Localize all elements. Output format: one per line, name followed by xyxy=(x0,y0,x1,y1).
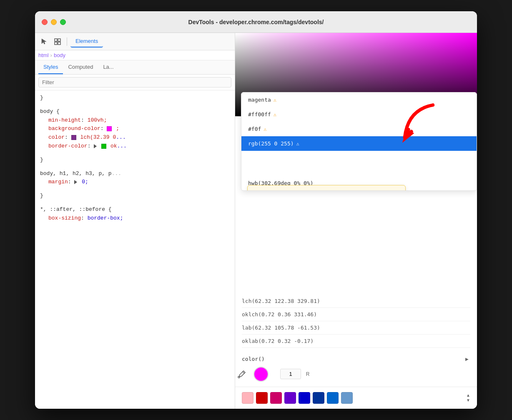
color-fn-row[interactable]: color() ▶ xyxy=(235,351,477,366)
color-fn-expand[interactable]: ▶ xyxy=(464,355,470,362)
warning-icon-ff00ff: ⚠ xyxy=(274,112,276,118)
svg-point-5 xyxy=(238,376,240,378)
css-rule-universal: *, ::after, ::before { box-sizing: borde… xyxy=(40,205,230,223)
breadcrumb-separator: › xyxy=(50,52,52,58)
tab-computed[interactable]: Computed xyxy=(63,60,98,74)
swatch-navy[interactable] xyxy=(313,392,324,404)
dropdown-item-f0f[interactable]: #f0f ⚠ xyxy=(241,122,477,136)
minimize-button[interactable] xyxy=(51,19,57,25)
breadcrumb-body[interactable]: body xyxy=(54,52,65,58)
css-content: } body { min-height: 100vh; background-c… xyxy=(35,90,235,409)
border-color-swatch[interactable] xyxy=(101,144,106,149)
toolbar: Elements xyxy=(35,33,235,50)
swatch-blue[interactable] xyxy=(327,392,339,404)
left-panel: Elements html › body Styles Computed La.… xyxy=(35,33,235,409)
swatch-scroll-arrows[interactable]: ▲ ▼ xyxy=(466,393,470,403)
color-swatches-row: ▲ ▼ xyxy=(235,387,477,409)
svg-rect-3 xyxy=(58,42,60,45)
margin-expand[interactable] xyxy=(74,180,77,184)
svg-rect-0 xyxy=(55,39,57,41)
warning-icon-f0f: ⚠ xyxy=(264,126,266,132)
eyedropper-row: 1 R xyxy=(235,366,477,382)
input-row: 1 R xyxy=(274,366,318,382)
svg-rect-2 xyxy=(55,42,57,45)
css-rule-close-brace-1: } xyxy=(40,94,230,102)
color-preview[interactable] xyxy=(253,367,269,382)
channel-label: R xyxy=(304,371,311,377)
inspect-icon[interactable] xyxy=(52,36,63,48)
color-format-lch[interactable]: lch(62.32 122.38 329.81) xyxy=(242,295,470,308)
color-format-rows: lch(62.32 122.38 329.81) oklch(0.72 0.36… xyxy=(235,291,477,351)
css-selector-body: body { xyxy=(40,108,230,116)
color-format-lab[interactable]: lab(62.32 105.78 -61.53) xyxy=(242,321,470,335)
css-rule-body-headings: body, h1, h2, h3, p, p... margin: 0; xyxy=(40,170,230,187)
css-rule-close-brace-2: } xyxy=(40,156,230,165)
css-rule-close-brace-3: } xyxy=(40,192,230,200)
filter-bar xyxy=(35,75,235,90)
eyedropper-button[interactable] xyxy=(235,368,248,381)
swatch-pink[interactable] xyxy=(242,392,253,404)
titlebar: DevTools - developer.chrome.com/tags/dev… xyxy=(35,11,477,33)
tab-elements[interactable]: Elements xyxy=(70,35,103,48)
filter-input[interactable] xyxy=(38,77,231,88)
warning-icon-magenta: ⚠ xyxy=(274,97,276,103)
traffic-lights xyxy=(42,19,66,25)
gamut-tooltip: This color was clipped to match the form… xyxy=(247,185,406,191)
border-color-expand[interactable] xyxy=(94,144,97,148)
css-rule-body: body { min-height: 100vh; background-col… xyxy=(40,108,230,151)
color-format-dropdown: magenta ⚠ #ff00ff ⚠ #f0f ⚠ rgb(255 0 255… xyxy=(241,92,477,191)
dropdown-item-rgb[interactable]: rgb(255 0 255) ⚠ xyxy=(241,136,477,151)
swatch-dark-blue[interactable] xyxy=(299,392,310,404)
color-format-oklab[interactable]: oklab(0.72 0.32 -0.17) xyxy=(242,335,470,348)
close-button[interactable] xyxy=(42,19,48,25)
cursor-icon[interactable] xyxy=(38,36,50,48)
color-swatch[interactable] xyxy=(71,135,76,140)
breadcrumb: html › body xyxy=(35,50,235,60)
swatch-red[interactable] xyxy=(256,392,268,404)
swatch-steel-blue[interactable] xyxy=(341,392,353,404)
toolbar-divider xyxy=(67,38,67,46)
dropdown-item-ff00ff[interactable]: #ff00ff ⚠ xyxy=(241,107,477,122)
dropdown-item-magenta[interactable]: magenta ⚠ xyxy=(241,92,477,107)
right-panel: magenta ⚠ #ff00ff ⚠ #f0f ⚠ rgb(255 0 255… xyxy=(235,33,477,409)
devtools-window: DevTools - developer.chrome.com/tags/dev… xyxy=(35,11,477,409)
background-color-swatch[interactable] xyxy=(107,126,112,131)
svg-rect-1 xyxy=(58,39,60,41)
swatch-purple[interactable] xyxy=(284,392,296,404)
styles-tabs: Styles Computed La... xyxy=(35,60,235,75)
tab-styles[interactable]: Styles xyxy=(38,60,63,74)
channel-r-input[interactable]: 1 xyxy=(280,369,301,379)
tab-layout[interactable]: La... xyxy=(98,60,118,74)
devtools-body: Elements html › body Styles Computed La.… xyxy=(35,33,477,409)
warning-icon-rgb: ⚠ xyxy=(296,141,299,147)
maximize-button[interactable] xyxy=(60,19,66,25)
window-title: DevTools - developer.chrome.com/tags/dev… xyxy=(188,19,324,25)
swatch-deep-pink[interactable] xyxy=(270,392,282,404)
color-format-oklch[interactable]: oklch(0.72 0.36 331.46) xyxy=(242,308,470,321)
breadcrumb-html[interactable]: html xyxy=(38,52,49,58)
